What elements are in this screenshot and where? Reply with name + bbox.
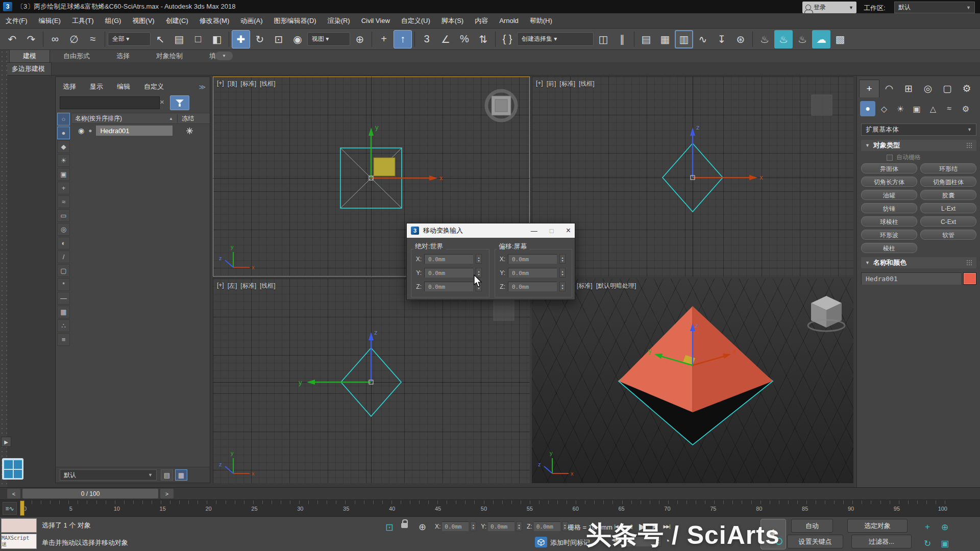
autogrid-checkbox-row[interactable]: 自动栅格 bbox=[887, 153, 921, 162]
select-and-link-icon[interactable]: ∞ bbox=[46, 30, 64, 48]
ribbon-flyout-icon[interactable]: ▼ bbox=[215, 52, 233, 60]
viewport-type-label[interactable]: [标准] bbox=[559, 80, 575, 88]
percent-snap-icon[interactable]: % bbox=[455, 30, 474, 48]
object-type-button[interactable]: 纺锤 bbox=[861, 203, 917, 213]
viewport-menu-label[interactable]: [+] bbox=[217, 282, 224, 290]
scene-explorer-icon[interactable]: ▤ bbox=[637, 30, 655, 48]
menu-item[interactable]: 图形编辑器(D) bbox=[268, 13, 322, 29]
menu-item[interactable]: 视图(V) bbox=[127, 13, 160, 29]
viewport-perspective[interactable]: [标准] [默认明暗处理] z y x bbox=[532, 279, 853, 483]
object-type-button[interactable]: 切角圆柱体 bbox=[920, 177, 976, 187]
explorer-layers-button[interactable]: ▤ bbox=[161, 469, 173, 481]
spinner[interactable]: ▴▾ bbox=[559, 282, 566, 291]
viewport-menu-label[interactable]: [+] bbox=[536, 80, 543, 88]
primitive-category-dropdown[interactable]: 扩展基本体 ▼ bbox=[861, 123, 976, 136]
key-filters-button[interactable]: 过滤器... bbox=[851, 535, 912, 548]
absolute-offset-toggle-icon[interactable]: ⊕ bbox=[419, 521, 426, 533]
explorer-menu-item[interactable]: 自定义 bbox=[144, 82, 164, 91]
select-and-place-icon[interactable]: ◉ bbox=[288, 30, 307, 48]
show-groups-icon[interactable]: ▭ bbox=[57, 209, 70, 222]
select-object-icon[interactable]: ↖ bbox=[151, 30, 169, 48]
motion-tab[interactable]: ◎ bbox=[918, 80, 938, 97]
menu-item[interactable]: 脚本(S) bbox=[436, 13, 469, 29]
helpers-category[interactable]: △ bbox=[925, 101, 941, 116]
menu-item[interactable]: 内容 bbox=[469, 13, 494, 29]
ribbon-subtab[interactable]: 多边形建模 bbox=[5, 62, 52, 76]
coordinate-field[interactable]: 0.0mm bbox=[488, 521, 514, 531]
render-cloud-icon[interactable]: ☁ bbox=[812, 30, 830, 48]
filter-funnel-button[interactable] bbox=[170, 95, 189, 110]
viewport-view-label[interactable]: [顶] bbox=[228, 80, 237, 88]
rectangular-selection-region-icon[interactable]: □ bbox=[189, 30, 207, 48]
menu-item[interactable]: 修改器(M) bbox=[194, 13, 235, 29]
menu-item[interactable]: Civil View bbox=[356, 13, 396, 29]
show-particles-icon[interactable]: ∴ bbox=[57, 319, 70, 332]
align-icon[interactable]: ∥ bbox=[613, 30, 631, 48]
toolbar-separator[interactable] bbox=[750, 32, 755, 47]
toolbar-separator[interactable] bbox=[41, 32, 45, 47]
snaps-toggle-3d-icon[interactable]: 3 bbox=[418, 30, 436, 48]
menu-item[interactable]: 创建(C) bbox=[160, 13, 194, 29]
select-and-scale-icon[interactable]: ⊡ bbox=[270, 30, 288, 48]
show-containers-icon[interactable]: ▢ bbox=[57, 264, 70, 277]
select-and-rotate-icon[interactable]: ↻ bbox=[251, 30, 269, 48]
bind-to-space-warp-icon[interactable]: ≈ bbox=[84, 30, 102, 48]
viewport-layout-tabs-button[interactable] bbox=[2, 458, 23, 480]
viewport-shading-label[interactable]: [线框] bbox=[260, 80, 276, 88]
transform-value-field[interactable]: 0.0mm bbox=[424, 254, 473, 264]
checkbox-icon[interactable] bbox=[887, 155, 893, 161]
coordinate-field[interactable]: 0.0mm bbox=[534, 521, 560, 531]
menu-item[interactable]: 文件(F) bbox=[0, 13, 33, 29]
systems-category[interactable]: ⚙ bbox=[958, 101, 973, 116]
modify-tab[interactable]: ◠ bbox=[879, 80, 899, 97]
object-type-button[interactable]: 环形波 bbox=[861, 230, 917, 240]
object-color-swatch[interactable] bbox=[963, 272, 976, 285]
menu-item[interactable]: 工具(T) bbox=[66, 13, 100, 29]
layer-explorer-icon[interactable]: ▦ bbox=[656, 30, 674, 48]
window-crossing-icon[interactable]: ◧ bbox=[208, 30, 226, 48]
menu-item[interactable]: 动画(A) bbox=[235, 13, 268, 29]
toolbar-separator[interactable] bbox=[103, 32, 107, 47]
toolbar-separator[interactable] bbox=[632, 32, 636, 47]
table-row[interactable]: ◉ ● Hedra001 bbox=[72, 124, 210, 137]
transform-value-field[interactable]: 0.0mm bbox=[424, 268, 473, 278]
angle-snap-icon[interactable]: ∠ bbox=[436, 30, 455, 48]
show-helpers-icon[interactable]: + bbox=[57, 182, 70, 194]
spinner-snap-icon[interactable]: ⇅ bbox=[474, 30, 493, 48]
mirror-icon[interactable]: ◫ bbox=[594, 30, 612, 48]
show-xrefs-icon[interactable]: ◎ bbox=[57, 223, 70, 236]
maxscript-mini-listener[interactable] bbox=[1, 518, 37, 533]
rendered-frame-icon[interactable]: ♨ bbox=[774, 30, 793, 48]
show-materials-icon[interactable]: ◐ bbox=[57, 237, 70, 249]
object-type-button[interactable]: 球棱柱 bbox=[861, 216, 917, 227]
viewport-shading-label[interactable]: [默认明暗处理] bbox=[596, 282, 636, 290]
shapes-category[interactable]: ◇ bbox=[876, 101, 892, 116]
material-editor-icon[interactable]: ⊛ bbox=[731, 30, 750, 48]
ribbon-tab[interactable]: 建模 bbox=[9, 49, 50, 62]
toolbar-separator[interactable] bbox=[412, 32, 417, 47]
menu-item[interactable]: 编辑(E) bbox=[33, 13, 66, 29]
mini-curve-editor-button[interactable]: ≡∿ bbox=[3, 502, 17, 515]
show-lights-icon[interactable]: ☀ bbox=[57, 154, 70, 167]
maxscript-label[interactable]: MAXScript 迷 bbox=[1, 534, 37, 549]
named-selection-set-dropdown[interactable]: 创建选择集 ▾ bbox=[517, 32, 594, 46]
create-tab[interactable]: + bbox=[859, 80, 879, 97]
login-dropdown[interactable]: 登录 ▼ bbox=[802, 2, 856, 13]
show-misc-icon[interactable]: ≡ bbox=[57, 333, 70, 346]
viewport-view-label[interactable]: [前] bbox=[547, 80, 556, 88]
eye-icon[interactable]: ◉ bbox=[78, 127, 84, 135]
object-type-button[interactable]: 油罐 bbox=[861, 190, 917, 200]
transform-value-field[interactable]: 0.0mm bbox=[508, 254, 557, 264]
viewport-type-label[interactable]: [标准] bbox=[240, 282, 256, 290]
reference-coordinate-dropdown[interactable]: 视图 ▾ bbox=[307, 32, 350, 46]
auto-key-button[interactable]: 自动 bbox=[791, 519, 833, 533]
coordinate-field[interactable]: 0.0mm bbox=[442, 521, 469, 531]
object-type-button[interactable]: C-Ext bbox=[920, 216, 976, 227]
transform-value-field[interactable]: 0.0mm bbox=[424, 282, 473, 291]
time-slider-handle[interactable]: 0 / 100 bbox=[22, 489, 158, 498]
explorer-menu-item[interactable]: 编辑 bbox=[117, 82, 130, 91]
dialog-close-button[interactable]: × bbox=[566, 226, 571, 235]
selected-filter-dropdown[interactable]: 选定对象 bbox=[847, 519, 908, 533]
track-bar[interactable]: ≡∿ 0510152025303540455055606570758085909… bbox=[0, 499, 980, 516]
pan-icon[interactable]: + bbox=[919, 519, 936, 535]
